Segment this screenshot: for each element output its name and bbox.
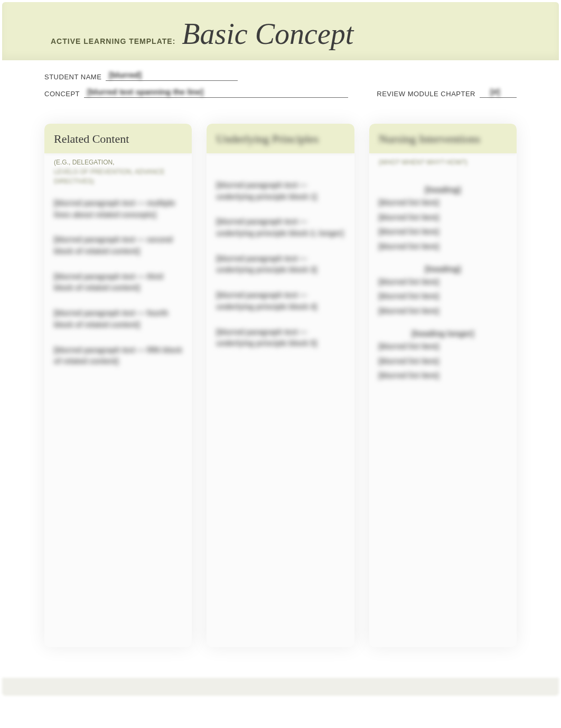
chapter-value: [#] [490, 87, 500, 96]
related-para: [blurred paragraph text — second block o… [54, 234, 182, 257]
card-subtitle-interventions: (WHO? WHEN? WHY? HOW?) [379, 158, 507, 167]
principle-para: [blurred paragraph text — underlying pri… [216, 216, 344, 239]
subtitle-rest: LEVELS OF PREVENTION, ADVANCE DIRECTIVES… [54, 167, 182, 186]
subtitle-first-line: (E.G., DELEGATION, [54, 159, 114, 166]
template-title: Basic Concept [182, 19, 353, 49]
card-header: Related Content [44, 124, 192, 153]
card-underlying-principles: Underlying Principles [blurred paragraph… [207, 124, 354, 647]
intervention-head: [heading] [379, 264, 507, 273]
card-header: Nursing Interventions [369, 124, 517, 153]
student-name-value: [blurred] [109, 70, 142, 79]
intervention-group: [heading] [blurred list item] [blurred l… [379, 185, 507, 253]
card-body-interventions: [heading] [blurred list item] [blurred l… [369, 167, 517, 382]
concept-row: CONCEPT [blurred text spanning the line] [44, 87, 348, 98]
chapter-label: REVIEW MODULE CHAPTER [377, 90, 475, 98]
intervention-head: [heading] [379, 185, 507, 194]
card-body-related: [blurred paragraph text — multiple lines… [44, 186, 192, 367]
card-title-related: Related Content [54, 132, 182, 146]
chapter-field: [#] [480, 87, 517, 98]
intervention-item: [blurred list item] [379, 226, 507, 238]
card-body-principles: [blurred paragraph text — underlying pri… [207, 153, 354, 349]
concept-label: CONCEPT [44, 90, 80, 98]
intervention-item: [blurred list item] [379, 341, 507, 353]
student-name-row: STUDENT NAME [blurred] [44, 70, 238, 81]
related-para: [blurred paragraph text — fourth block o… [54, 308, 182, 330]
student-name-label: STUDENT NAME [44, 73, 101, 81]
principle-para: [blurred paragraph text — underlying pri… [216, 327, 344, 349]
chapter-row: REVIEW MODULE CHAPTER [#] [377, 87, 517, 98]
banner-inner: ACTIVE LEARNING TEMPLATE: Basic Concept [51, 19, 353, 49]
intervention-item: [blurred list item] [379, 306, 507, 317]
intervention-item: [blurred list item] [379, 356, 507, 367]
principle-para: [blurred paragraph text — underlying pri… [216, 180, 344, 202]
intervention-item: [blurred list item] [379, 197, 507, 209]
intervention-item: [blurred list item] [379, 241, 507, 253]
intervention-item: [blurred list item] [379, 291, 507, 302]
intervention-group: [heading longer] [blurred list item] [bl… [379, 329, 507, 382]
card-title-principles: Underlying Principles [216, 132, 344, 146]
columns: Related Content (E.G., DELEGATION, LEVEL… [44, 124, 517, 647]
intervention-item: [blurred list item] [379, 212, 507, 224]
footer-band [2, 678, 559, 696]
principle-para: [blurred paragraph text — underlying pri… [216, 253, 344, 276]
principle-para: [blurred paragraph text — underlying pri… [216, 290, 344, 312]
intervention-head: [heading longer] [379, 329, 507, 338]
related-para: [blurred paragraph text — third block of… [54, 271, 182, 294]
concept-field: [blurred text spanning the line] [84, 87, 348, 98]
card-related-content: Related Content (E.G., DELEGATION, LEVEL… [44, 124, 192, 647]
concept-value: [blurred text spanning the line] [87, 87, 203, 96]
intervention-group: [heading] [blurred list item] [blurred l… [379, 264, 507, 317]
subtitle-interventions: (WHO? WHEN? WHY? HOW?) [379, 158, 507, 167]
info-area: STUDENT NAME [blurred] CONCEPT [blurred … [44, 70, 517, 107]
card-nursing-interventions: Nursing Interventions (WHO? WHEN? WHY? H… [369, 124, 517, 647]
intervention-item: [blurred list item] [379, 277, 507, 288]
related-para: [blurred paragraph text — fifth block of… [54, 345, 182, 367]
template-label: ACTIVE LEARNING TEMPLATE: [51, 37, 175, 45]
student-name-field: [blurred] [106, 70, 238, 81]
page: ACTIVE LEARNING TEMPLATE: Basic Concept … [0, 2, 561, 696]
related-para: [blurred paragraph text — multiple lines… [54, 198, 182, 220]
card-subtitle-related: (E.G., DELEGATION, LEVELS OF PREVENTION,… [54, 158, 182, 186]
banner: ACTIVE LEARNING TEMPLATE: Basic Concept [2, 2, 559, 60]
card-header: Underlying Principles [207, 124, 354, 153]
intervention-item: [blurred list item] [379, 370, 507, 382]
card-title-interventions: Nursing Interventions [379, 132, 507, 146]
